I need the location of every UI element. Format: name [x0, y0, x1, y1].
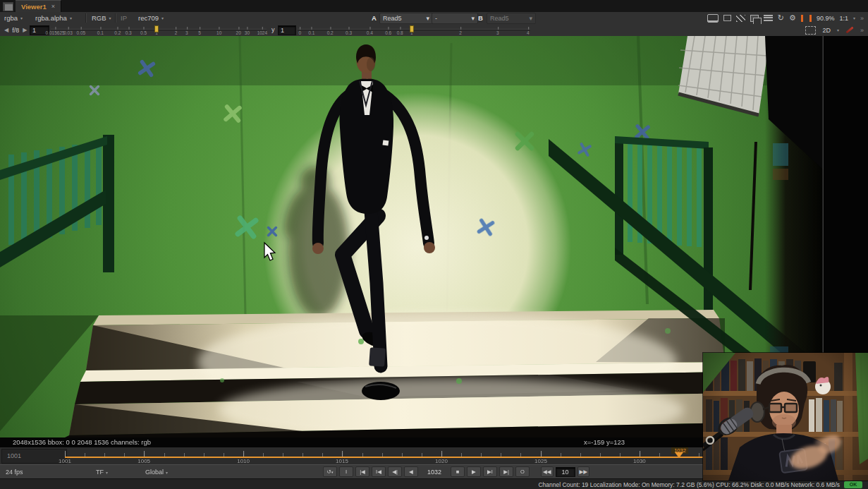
wipe-mode-value: - — [435, 15, 437, 22]
transport-button[interactable]: ■ — [451, 466, 465, 477]
selection-box-icon[interactable] — [805, 26, 816, 35]
pane-layout-icon[interactable] — [3, 2, 13, 11]
chevron-down-icon[interactable]: ▾ — [837, 28, 839, 32]
gain-marker[interactable] — [154, 25, 159, 32]
slider-tick: 0.2 — [114, 30, 121, 35]
jump-forward-button[interactable]: ▶▶ — [577, 466, 590, 477]
input-process-toggle[interactable]: IP — [118, 12, 130, 24]
gain-slider[interactable]: 0.0156250.030.050.10.20.30.5123510203010… — [51, 25, 267, 35]
playhead-marker-icon — [675, 452, 683, 458]
refresh-icon[interactable]: ↻ — [778, 14, 784, 22]
loop-mode-button[interactable]: ↺▾ — [323, 466, 337, 477]
exposure-toolbar: ◀ f/8 ▶ 0.0156250.030.050.10.20.30.51235… — [0, 24, 868, 37]
timeline-frame-label: 1030 — [633, 458, 646, 464]
slider-tick: 3 — [185, 30, 188, 35]
nuke-viewer-window: Viewer1 × rgba ▾ rgba.alpha ▾ RGB ▾ IP r… — [0, 0, 868, 489]
prev-arrow-icon[interactable]: ◀ — [4, 27, 8, 33]
channel-display-value: RGB — [92, 14, 106, 22]
range-start-input[interactable]: 1001 — [1, 449, 67, 464]
slider-tick: 0 — [298, 30, 301, 35]
transport-button[interactable]: I◀ — [372, 466, 386, 477]
transport-button[interactable]: |◀ — [355, 466, 369, 477]
footage-image — [0, 36, 824, 437]
slider-tick: 20 — [236, 30, 241, 35]
layer-dropdown[interactable]: rgba ▾ — [1, 12, 25, 24]
tab-viewer1[interactable]: Viewer1 × — [16, 0, 61, 13]
transport-button[interactable]: I — [339, 466, 353, 477]
gamma-slider[interactable]: 00.10.20.30.40.60.81234 — [298, 25, 530, 35]
pointer-coordinates: x=-159 y=123 — [584, 437, 625, 447]
tab-bar: Viewer1 × — [0, 0, 868, 13]
slider-tick: 1024 — [257, 30, 267, 35]
slider-tick: 0.1 — [308, 30, 314, 35]
pause-render-icon[interactable] — [801, 15, 812, 22]
frame-increment-input[interactable] — [556, 467, 575, 477]
forward-buttons: ■▶▶I▶|O — [451, 466, 530, 477]
input-a-dropdown[interactable]: Read5 ▾ — [379, 13, 433, 24]
overflow-chevrons-icon[interactable]: » — [860, 27, 864, 34]
alpha-layer-dropdown[interactable]: rgba.alpha ▾ — [32, 12, 75, 24]
chevron-down-icon[interactable]: ▾ — [853, 16, 855, 20]
pixel-aspect[interactable]: 1:1 — [839, 15, 848, 22]
wipe-mode-dropdown[interactable]: - ▾ — [432, 13, 478, 24]
fps-label: 24 fps — [6, 465, 23, 479]
view-mode-value[interactable]: 2D — [822, 27, 831, 34]
slider-tick: 0.1 — [97, 30, 104, 35]
range-mode-dropdown[interactable]: Global ▾ — [145, 465, 168, 479]
fstop-stepper[interactable]: ◀ f/8 ▶ — [1, 24, 30, 36]
checkerboard-icon[interactable] — [736, 15, 745, 22]
slider-tick: 10 — [216, 30, 221, 35]
jump-back-button[interactable]: ◀◀ — [541, 466, 554, 477]
slider-tick: 4 — [527, 30, 530, 35]
chevron-down-icon: ▾ — [529, 15, 532, 22]
tab-label: Viewer1 — [21, 3, 47, 11]
slider-tick: 0.8 — [397, 30, 403, 35]
slider-tick: 0.3 — [126, 30, 132, 35]
transport-button[interactable]: ◀ — [404, 466, 418, 477]
timeline-frame-label: 1015 — [336, 458, 348, 464]
slider-tick: 0.3 — [346, 30, 352, 35]
monitor-preview-icon[interactable] — [707, 14, 719, 23]
chevron-down-icon: ▾ — [426, 15, 429, 22]
slider-tick: 2 — [175, 30, 178, 35]
transport-button[interactable]: ▶ — [467, 466, 481, 477]
channel-display-dropdown[interactable]: RGB ▾ — [89, 12, 114, 24]
alpha-layer-value: rgba.alpha — [35, 14, 67, 22]
close-icon[interactable]: × — [51, 4, 55, 10]
annotate-pen-icon[interactable] — [845, 26, 853, 33]
image-info: 2048x1536 bbox: 0 0 2048 1536 channels: … — [13, 437, 151, 447]
fstop-value: f/8 — [12, 27, 19, 34]
format-overlay-icon[interactable] — [723, 15, 731, 21]
vignette — [703, 353, 868, 481]
system-stats: Channel Count: 19 Localization Mode: On … — [538, 479, 840, 489]
transport-button[interactable]: ◀| — [388, 466, 402, 477]
roi-gear-icon[interactable]: ⚙ — [789, 14, 796, 22]
zoom-level[interactable]: 90.9% — [817, 15, 835, 22]
chevron-down-icon: ▾ — [471, 15, 475, 22]
transport-button[interactable]: ▶| — [499, 466, 513, 477]
timeline-mode-dropdown[interactable]: TF ▾ — [96, 465, 108, 479]
input-b-dropdown[interactable]: Read5 ▾ — [487, 13, 536, 24]
scanline-icon[interactable] — [764, 15, 773, 21]
slider-tick: 30 — [245, 30, 250, 35]
wipe-compare-icon[interactable] — [750, 15, 759, 22]
slider-tick: 3 — [496, 30, 499, 35]
current-frame-field[interactable]: 1032 — [420, 469, 448, 476]
next-arrow-icon[interactable]: ▶ — [23, 27, 27, 33]
timeline-frame-label: 1010 — [237, 458, 250, 464]
gamma-marker[interactable] — [410, 25, 414, 32]
viewer-lut-dropdown[interactable]: rec709 ▾ — [135, 12, 166, 24]
gamma-input[interactable] — [278, 25, 296, 35]
transport-button[interactable]: ▶I — [483, 466, 497, 477]
range-mode-value: Global — [145, 469, 164, 476]
status-ok-badge: OK — [844, 481, 862, 488]
slider-tick: 0.4 — [367, 30, 373, 35]
input-a-label: A — [372, 12, 377, 24]
slider-tick: 0.015625 — [46, 30, 65, 35]
timeline-frame-label: 1025 — [534, 458, 547, 464]
slider-tick: 0.2 — [327, 30, 334, 35]
transport-button[interactable]: O — [515, 466, 530, 477]
overflow-chevrons-icon[interactable]: » — [860, 15, 864, 22]
view-mode-group: 2D ▾ » — [805, 24, 868, 36]
viewer-icon-group: ↻ ⚙ 90.9% 1:1 ▾ » — [707, 12, 868, 24]
